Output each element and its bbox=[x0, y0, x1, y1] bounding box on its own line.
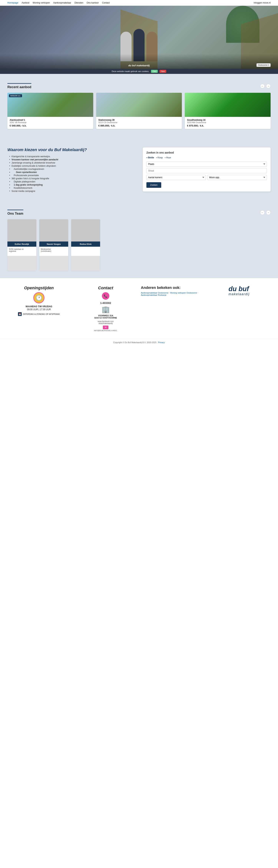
nav-aanbod[interactable]: Aanbod bbox=[22, 1, 29, 4]
property-img-bg-2 bbox=[96, 93, 182, 117]
prev-arrow[interactable]: ← bbox=[260, 84, 265, 88]
team-card-2: Naomi Voogee Medewerker(coördinator) bbox=[39, 219, 68, 271]
straat-input[interactable] bbox=[146, 168, 267, 173]
property-card-1[interactable]: Verkocht o.o. Alardusdreef 1 3291 VB Roc… bbox=[7, 93, 93, 129]
email-icon: ✉ bbox=[103, 326, 108, 329]
why-item-12: Social media campagne bbox=[9, 190, 135, 192]
why-item-9: Digitale plattegronden bbox=[9, 180, 135, 183]
contact-icons: 📞 bbox=[74, 292, 137, 300]
why-item-10: 1 dag gratis verkoopstyling bbox=[9, 184, 135, 186]
tab-koop[interactable]: Koop bbox=[156, 156, 163, 159]
others-block: Anderen bekeken ook: Aankoopmakelaar Oos… bbox=[141, 285, 204, 296]
tab-beide[interactable]: Beide bbox=[146, 156, 154, 159]
team-photo-2 bbox=[39, 219, 68, 242]
team-header: Ons Team ← → bbox=[7, 210, 271, 216]
contact-phone: 1-403302 bbox=[74, 302, 137, 305]
team-carousel-arrows: ← → bbox=[260, 210, 271, 215]
property-card-2[interactable]: Stationsweg 39 3213 CS Oostvoorne € 895.… bbox=[96, 93, 182, 129]
why-item-1: Klantgerichte & transparante werkwijze. bbox=[9, 155, 135, 158]
why-item-5: Aantrekkelijke courtagearieven bbox=[9, 168, 135, 170]
login-link[interactable]: Inloggen move.nl bbox=[254, 1, 271, 4]
team-prev-arrow[interactable]: ← bbox=[260, 210, 265, 215]
phone-icon: 📞 bbox=[102, 292, 109, 300]
next-arrow[interactable]: → bbox=[266, 84, 271, 88]
nav-woning-verkopen[interactable]: Woning verkopen bbox=[33, 1, 50, 4]
team-cards-grid: Esther Rendijk NVM makelaar enregistrea … bbox=[7, 219, 100, 271]
hero-image: du buf makelaardij Oostvoorne 1 bbox=[0, 6, 278, 69]
contact-social: www.facebook.comdubufmakelaardij bbox=[74, 320, 137, 324]
hours-title: Openingstijden bbox=[7, 285, 71, 290]
nav-diensten[interactable]: Diensten bbox=[75, 1, 83, 4]
team-name-2: Naomi Voogee bbox=[39, 242, 68, 247]
footer-privacy-link[interactable]: Privacy bbox=[158, 341, 165, 344]
cookie-ok-button[interactable]: Oké bbox=[151, 70, 158, 73]
contact-city: 3233 SJ OOSTVOORNE bbox=[74, 317, 137, 319]
woonopp-select[interactable]: Woon.opp. bbox=[207, 175, 267, 180]
nav-contact[interactable]: Contact bbox=[102, 1, 110, 4]
property-card-3-body: Goudhoekweg 16 3233 AM Oostvoorne € 975.… bbox=[185, 117, 271, 129]
team-photo-3 bbox=[71, 219, 100, 242]
footer-info-section: Openingstijden 🕐 MAANDAG T/M VRIJDAG 09:… bbox=[0, 278, 278, 339]
others-links: Aankoopmakelaar Oostvoorne · Woning verk… bbox=[141, 292, 204, 296]
team-extra-2 bbox=[39, 256, 68, 271]
team-role-1: NVM makelaar enregistrea bbox=[7, 247, 36, 256]
team-name-3: Redna Klink bbox=[71, 242, 100, 247]
why-item-2: Vrouwen kantoor met persoonlijke aandach… bbox=[9, 158, 135, 161]
why-item-11: Kwaliteitskeurmerk bbox=[9, 187, 135, 189]
hours-time: 09:00 UUR | 17:30 UUR bbox=[7, 308, 71, 311]
calendar-icon: 📅 bbox=[18, 312, 22, 316]
hero-logo: du buf makelaardij bbox=[129, 64, 150, 67]
nav-ons-kantoor[interactable]: Ons kantoor bbox=[87, 1, 99, 4]
contact-block: Contact 📞 1-403302 🏢 VOORWEG 31A 3233 SJ… bbox=[74, 285, 137, 332]
kamers-select[interactable]: Aantal kamers bbox=[146, 175, 206, 180]
nav-homepage[interactable]: Homepage bbox=[7, 1, 18, 4]
team-photo-1 bbox=[7, 219, 36, 242]
hours-block: Openingstijden 🕐 MAANDAG T/M VRIJDAG 09:… bbox=[7, 285, 71, 316]
hours-weekend: 📅 ZATERDAG & ZONDAG OP AFSPRAAK bbox=[7, 312, 71, 316]
property-card-2-image bbox=[96, 93, 182, 117]
sold-badge-1: Verkocht o.o. bbox=[9, 94, 22, 97]
nav-aankoopmakelaar[interactable]: Aankoopmakelaar bbox=[53, 1, 71, 4]
building-icon: 🏢 bbox=[74, 306, 137, 313]
recent-aanbod-section: Recent aanbod ← → Verkocht o.o. Alardusd… bbox=[0, 74, 278, 138]
property-img-bg-3 bbox=[185, 93, 271, 117]
property-address-3: Goudhoekweg 16 bbox=[187, 119, 268, 121]
others-link-3[interactable]: Aankoopmakelaar Rockanje bbox=[141, 294, 166, 296]
cookie-bar: Deze website maakt gebruik van cookies. … bbox=[0, 69, 278, 74]
clock-icon: 🕐 bbox=[33, 292, 45, 303]
others-link-1[interactable]: Aankoopmakelaar Oostvoorne bbox=[141, 292, 168, 294]
property-price-2: € 895.000,- k.k. bbox=[99, 124, 180, 127]
cookie-text: Deze website maakt gebruik van cookies. bbox=[112, 70, 149, 72]
cookie-no-button[interactable]: Nee bbox=[160, 70, 166, 73]
why-list: Klantgerichte & transparante werkwijze. … bbox=[7, 155, 135, 192]
team-next-arrow[interactable]: → bbox=[266, 210, 271, 215]
others-title: Anderen bekeken ook: bbox=[141, 285, 204, 290]
navigation: Homepage Aanbod Woning verkopen Aankoopm… bbox=[0, 0, 278, 6]
property-card-1-image: Verkocht o.o. bbox=[7, 93, 93, 117]
why-section: Waarom kiezen voor du Buf Makelaardij? K… bbox=[0, 138, 278, 202]
why-left: Waarom kiezen voor du Buf Makelaardij? K… bbox=[7, 147, 135, 193]
search-button[interactable]: Zoeken bbox=[146, 182, 161, 188]
search-box: Zoeken in ons aanbod Beide Koop Huur Pla… bbox=[143, 147, 271, 191]
why-item-6: Geen opstartkosten bbox=[9, 171, 135, 174]
hours-weekday: MAANDAG T/M VRIJDAG bbox=[7, 305, 71, 308]
brand-logo: du buf makelaardij bbox=[228, 285, 250, 296]
team-role-2: Medewerker(coördinator) bbox=[39, 247, 68, 256]
others-link-2[interactable]: Woning verkopen Oostvoorne bbox=[170, 292, 197, 294]
why-title: Waarom kiezen voor du Buf Makelaardij? bbox=[7, 147, 135, 152]
search-title: Zoeken in ons aanbod bbox=[146, 151, 267, 154]
hero-badge: Oostvoorne 1 bbox=[256, 63, 271, 67]
search-tabs: Beide Koop Huur bbox=[146, 156, 267, 159]
property-cards-grid: Verkocht o.o. Alardusdreef 1 3291 VB Roc… bbox=[7, 93, 271, 129]
team-section: Ons Team ← → Esther Rendijk NVM makelaar… bbox=[0, 202, 278, 278]
team-name-1: Esther Rendijk bbox=[7, 242, 36, 247]
team-extra-3 bbox=[71, 256, 100, 271]
plaats-select[interactable]: Plaats bbox=[146, 161, 267, 167]
property-card-2-body: Stationsweg 39 3213 CS Oostvoorne € 895.… bbox=[96, 117, 182, 129]
property-price-1: € 540.000,- k.k. bbox=[10, 124, 91, 127]
team-extra-1 bbox=[7, 256, 36, 271]
nav-links: Homepage Aanbod Woning verkopen Aankoopm… bbox=[7, 1, 110, 4]
property-address-1: Alardusdreef 1 bbox=[10, 119, 91, 121]
property-card-3[interactable]: Goudhoekweg 16 3233 AM Oostvoorne € 975.… bbox=[185, 93, 271, 129]
tab-huur[interactable]: Huur bbox=[165, 156, 171, 159]
